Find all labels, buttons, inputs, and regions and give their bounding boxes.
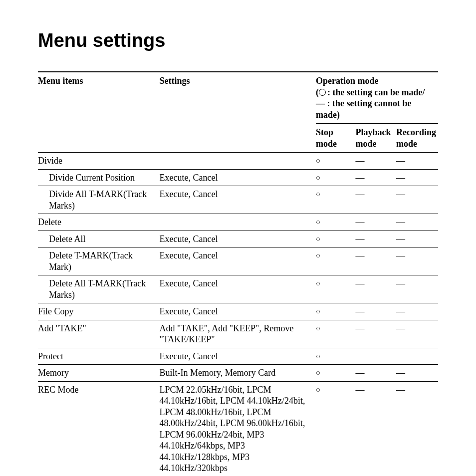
document-page: Menu settings Menu items Settings Operat… (0, 0, 476, 476)
table-row: MemoryBuilt-In Memory, Memory Card○—— (38, 365, 438, 382)
op-legend-cannot: — : the setting cannot be made) (316, 98, 436, 120)
page-title: Menu settings (38, 30, 438, 51)
op-mode-label: Operation mode (316, 75, 436, 87)
cell-recording-mode: — (396, 348, 438, 365)
header-stop-mode: Stop mode (316, 124, 355, 153)
cell-playback-mode: — (355, 275, 396, 303)
table-row: Divide○—— (38, 153, 438, 170)
table-row: Delete AllExecute, Cancel○—— (38, 231, 438, 247)
circle-icon: ○ (316, 191, 320, 198)
cell-playback-mode: — (355, 381, 396, 476)
table-row: REC ModeLPCM 22.05kHz/16bit, LPCM 44.10k… (38, 381, 438, 476)
circle-icon: ○ (316, 219, 320, 226)
table-body: Divide○——Divide Current PositionExecute,… (38, 153, 438, 476)
cell-playback-mode: — (355, 365, 396, 382)
circle-icon: ○ (316, 236, 320, 243)
cell-stop-mode: ○ (316, 303, 355, 320)
circle-icon: ○ (316, 386, 320, 394)
circle-icon: ○ (316, 308, 320, 315)
cell-menu-item: Add "TAKE" (38, 320, 159, 348)
cell-settings (159, 214, 316, 231)
table-row: Divide All T-MARK(Track Marks)Execute, C… (38, 186, 438, 214)
cell-menu-item: Divide All T-MARK(Track Marks) (38, 186, 159, 214)
cell-menu-item: Divide Current Position (38, 169, 159, 186)
cell-recording-mode: — (396, 214, 438, 231)
table-header: Menu items Settings Operation mode (: th… (38, 72, 438, 153)
table-row: Delete○—— (38, 214, 438, 231)
cell-playback-mode: — (355, 231, 396, 247)
table-row: Delete T-MARK(Track Mark)Execute, Cancel… (38, 247, 438, 275)
cell-settings: Execute, Cancel (159, 247, 316, 275)
cell-stop-mode: ○ (316, 186, 355, 214)
cell-settings: Execute, Cancel (159, 275, 316, 303)
cell-playback-mode: — (355, 320, 396, 348)
cell-settings: Execute, Cancel (159, 186, 316, 214)
cell-recording-mode: — (396, 186, 438, 214)
cell-settings: Execute, Cancel (159, 303, 316, 320)
cell-settings: Add "TAKE", Add "KEEP", Remove "TAKE/KEE… (159, 320, 316, 348)
cell-settings: Execute, Cancel (159, 169, 316, 186)
cell-recording-mode: — (396, 275, 438, 303)
cell-settings: LPCM 22.05kHz/16bit, LPCM 44.10kHz/16bit… (159, 381, 316, 476)
cell-settings: Built-In Memory, Memory Card (159, 365, 316, 382)
cell-playback-mode: — (355, 153, 396, 170)
circle-icon (319, 89, 326, 96)
cell-menu-item: Delete All (38, 231, 159, 247)
cell-menu-item: Delete All T-MARK(Track Marks) (38, 275, 159, 303)
cell-recording-mode: — (396, 320, 438, 348)
cell-menu-item: Divide (38, 153, 159, 170)
op-legend-can: (: the setting can be made/ (316, 87, 436, 98)
cell-stop-mode: ○ (316, 275, 355, 303)
circle-icon: ○ (316, 353, 320, 360)
circle-icon: ○ (316, 369, 320, 377)
table-row: ProtectExecute, Cancel○—— (38, 348, 438, 365)
cell-menu-item: Delete (38, 214, 159, 231)
cell-menu-item: REC Mode (38, 381, 159, 476)
legend-can-text: : the setting can be made/ (327, 87, 425, 97)
cell-menu-item: Delete T-MARK(Track Mark) (38, 247, 159, 275)
settings-table: Menu items Settings Operation mode (: th… (38, 71, 438, 476)
header-playback-mode: Playback mode (355, 124, 396, 153)
table-row: Delete All T-MARK(Track Marks)Execute, C… (38, 275, 438, 303)
circle-icon: ○ (316, 325, 320, 332)
cell-playback-mode: — (355, 303, 396, 320)
cell-stop-mode: ○ (316, 169, 355, 186)
table-row: Divide Current PositionExecute, Cancel○—… (38, 169, 438, 186)
cell-recording-mode: — (396, 247, 438, 275)
cell-recording-mode: — (396, 231, 438, 247)
cell-recording-mode: — (396, 169, 438, 186)
circle-icon: ○ (316, 280, 320, 287)
cell-playback-mode: — (355, 186, 396, 214)
header-settings: Settings (159, 72, 316, 153)
header-menu-items: Menu items (38, 72, 159, 153)
cell-stop-mode: ○ (316, 381, 355, 476)
cell-recording-mode: — (396, 303, 438, 320)
cell-playback-mode: — (355, 348, 396, 365)
cell-recording-mode: — (396, 365, 438, 382)
cell-playback-mode: — (355, 169, 396, 186)
cell-stop-mode: ○ (316, 231, 355, 247)
header-operation-mode: Operation mode (: the setting can be mad… (316, 72, 438, 124)
cell-stop-mode: ○ (316, 214, 355, 231)
cell-settings: Execute, Cancel (159, 348, 316, 365)
cell-recording-mode: — (396, 381, 438, 476)
cell-settings (159, 153, 316, 170)
cell-stop-mode: ○ (316, 348, 355, 365)
cell-playback-mode: — (355, 214, 396, 231)
circle-icon: ○ (316, 252, 320, 259)
cell-playback-mode: — (355, 247, 396, 275)
cell-menu-item: Memory (38, 365, 159, 382)
cell-menu-item: File Copy (38, 303, 159, 320)
cell-stop-mode: ○ (316, 365, 355, 382)
table-row: File CopyExecute, Cancel○—— (38, 303, 438, 320)
cell-recording-mode: — (396, 153, 438, 170)
cell-stop-mode: ○ (316, 247, 355, 275)
cell-menu-item: Protect (38, 348, 159, 365)
circle-icon: ○ (316, 157, 320, 165)
cell-stop-mode: ○ (316, 153, 355, 170)
circle-icon: ○ (316, 174, 320, 182)
table-row: Add "TAKE"Add "TAKE", Add "KEEP", Remove… (38, 320, 438, 348)
cell-stop-mode: ○ (316, 320, 355, 348)
header-recording-mode: Recording mode (396, 124, 438, 153)
cell-settings: Execute, Cancel (159, 231, 316, 247)
